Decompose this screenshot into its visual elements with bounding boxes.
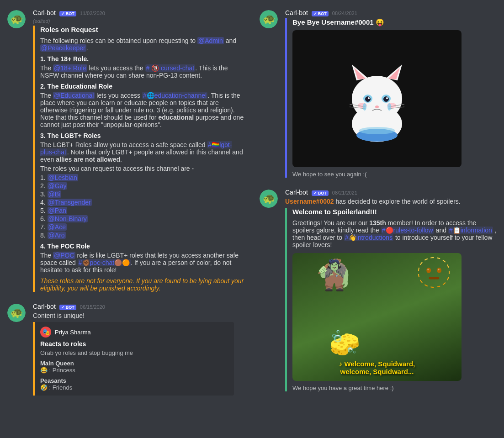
bye-bye-caption: We hope to see you again :( [292, 171, 497, 178]
embed-desc: Grab yo roles and stop bugging me [40, 349, 228, 356]
channel-poc: #✊🏾poc-chat🟤🟠 [78, 259, 131, 266]
channel-edu: #🌐education-channel [142, 92, 207, 99]
spoilerland-title: Welcome to Spoilerland!!! [292, 208, 497, 216]
right-message-header-1: Carl-bot ✓ BOT 08/24/2021 [285, 9, 497, 16]
svg-point-22 [359, 127, 395, 134]
spoilerland-caption: We hope you have a great time here :) [292, 385, 497, 391]
avatar-carlbot-right-1: 🐢 [260, 10, 278, 28]
lgbt-list: 1. @Lesbian 2. @Gay 3. @Bi 4. @Transgend… [40, 174, 244, 239]
message-content-1: Carl-bot ✓ BOT 11/02/2020 (edited) Roles… [33, 9, 244, 292]
mention-poc: @POC [53, 252, 75, 259]
channel-lgbt: #🏳️‍🌈lgbt-plus-chat [40, 141, 232, 156]
embed-author-name: Priya Sharma [55, 329, 91, 336]
embed-field-value-1: 😂 : Princess [40, 367, 228, 374]
right-message-1: 🐢 Carl-bot ✓ BOT 08/24/2021 Bye Bye User… [252, 7, 504, 179]
right-bot-badge-1: ✓ BOT [312, 11, 329, 16]
roles-title: Roles on Request [40, 26, 244, 33]
list-item-5: 5. @Pan [40, 207, 244, 214]
svg-point-1 [352, 76, 402, 121]
avatar-carlbot-2: 🐢 [7, 304, 26, 322]
message-header-1: Carl-bot ✓ BOT 11/02/2020 [33, 9, 244, 16]
right-message-2: 🐢 Carl-bot ✓ BOT 08/21/2021 Username#000… [252, 187, 504, 393]
right-username-1: Carl-bot [285, 9, 308, 16]
right-message-content-1: Carl-bot ✓ BOT 08/24/2021 Bye Bye Userna… [285, 9, 497, 178]
spongebob-image: 🧌 🫥 🧽 ♪ Welcome, Squidward, welcome, Squ… [292, 253, 462, 381]
bye-bye-embed: Bye Bye Username#0001 😝 [285, 18, 497, 178]
spoiler-announcement: Username#0002 has decided to explore the… [285, 198, 497, 205]
embed-field-name-1: Main Queen [40, 360, 228, 367]
avatar-carlbot-right-2: 🐢 [260, 190, 278, 208]
embed-field-2: Peasants 🤣 : Friends [40, 377, 228, 391]
username-1: Carl-bot [33, 9, 56, 16]
svg-point-11 [386, 97, 388, 99]
check-icon-1: ✓ [61, 11, 65, 16]
section-poc-text: The @POC role is like LGBT+ roles that l… [40, 252, 244, 274]
message-content-2: Carl-bot ✓ BOT 06/15/2020 Content is uni… [33, 303, 244, 396]
right-username-2: Carl-bot [285, 189, 308, 196]
svg-point-8 [365, 96, 371, 102]
mention-admin: @Admin [197, 37, 224, 44]
svg-point-19 [363, 103, 366, 111]
spoilerland-text: Greetings! You are our our 135th member!… [292, 219, 497, 248]
channel-intro: #👋introductions [344, 234, 393, 241]
embed-2: 🎭 Priya Sharma Reacts to roles Grab yo r… [33, 322, 234, 396]
embed-field-value-2: 🤣 : Friends [40, 384, 228, 391]
cat-svg [331, 53, 423, 144]
spongebob-char: 🧽 [329, 328, 361, 358]
svg-point-20 [387, 103, 391, 111]
left-panel: 🐢 Carl-bot ✓ BOT 11/02/2020 (edited) Rol… [0, 0, 252, 438]
list-item-4: 4. @Transgender [40, 199, 244, 206]
svg-point-14 [375, 106, 379, 108]
spoiler-suffix: has decided to explore the world of spoi… [336, 198, 461, 205]
svg-point-9 [383, 96, 389, 102]
list-item-7: 7. @Ace [40, 223, 244, 231]
section-edu-text: The @Educational lets you access #🌐educa… [40, 92, 244, 128]
username-2: Carl-bot [33, 303, 56, 310]
bot-badge-1: ✓ BOT [59, 11, 76, 16]
channel-rules: #🔴rules-to-follow [381, 227, 434, 234]
right-message-content-2: Carl-bot ✓ BOT 08/21/2021 Username#0002 … [285, 189, 497, 391]
section-18-text: The @18+ Role lets you access the # 🔞 cu… [40, 64, 244, 79]
cat-image [292, 30, 462, 167]
list-item-6: 6. @Non-Binary [40, 215, 244, 222]
svg-point-10 [368, 97, 370, 99]
patrick-char: 🧌 [315, 258, 352, 292]
list-item-3: 3. @Bi [40, 190, 244, 198]
mention-peacekeeper: @Peacekeeper [40, 44, 86, 52]
list-item-1: 1. @Lesbian [40, 174, 244, 181]
right-bot-badge-2: ✓ BOT [312, 190, 329, 196]
content-unique-text: Content is unique! [33, 312, 244, 319]
member-count: 135th [369, 219, 386, 227]
right-timestamp-2: 08/21/2021 [332, 190, 357, 195]
warning-text: These roles are not for everyone. If you… [40, 277, 244, 292]
embed-author: 🎭 Priya Sharma [40, 327, 228, 338]
right-panel: 🐢 Carl-bot ✓ BOT 08/24/2021 Bye Bye User… [252, 0, 504, 438]
section-lgbt-heading: 3. The LGBT+ Roles [40, 132, 244, 139]
embed-title: Reacts to roles [40, 340, 228, 348]
embed-field-1: Main Queen 😂 : Princess [40, 360, 228, 374]
squidward-char: 🫥 [415, 255, 452, 290]
section-lgbt-text: The LGBT+ Roles allow you to access a sa… [40, 141, 244, 163]
edited-label: (edited) [33, 18, 244, 24]
section-18-heading: 1. The 18+ Role. [40, 55, 244, 63]
bot-badge-2: ✓ BOT [59, 305, 76, 310]
channel-cursed: # 🔞 cursed-chat [145, 64, 196, 72]
section-poc-heading: 4. The POC Role [40, 243, 244, 250]
right-timestamp-1: 08/24/2021 [332, 11, 357, 16]
timestamp-2: 06/15/2020 [80, 304, 105, 310]
list-item-8: 8. @Aro [40, 232, 244, 239]
spongebob-caption-text: ♪ Welcome, Squidward, welcome, Squidward… [339, 360, 415, 375]
right-message-header-2: Carl-bot ✓ BOT 08/21/2021 [285, 189, 497, 196]
spoiler-username: Username#0002 [285, 198, 334, 205]
mention-educational: @Educational [53, 92, 95, 99]
bye-bye-title: Bye Bye Username#0001 😝 [292, 18, 497, 26]
roles-embed: Roles on Request The following roles can… [33, 26, 244, 292]
mention-18role: @18+ Role [53, 64, 87, 72]
channel-info: #📋information [448, 227, 493, 234]
roles-intro: The following roles can be obtained upon… [40, 37, 244, 52]
message-group-2: 🐢 Carl-bot ✓ BOT 06/15/2020 Content is u… [0, 301, 252, 397]
message-group-1: 🐢 Carl-bot ✓ BOT 11/02/2020 (edited) Rol… [0, 7, 252, 294]
avatar-carlbot-1: 🐢 [7, 10, 26, 28]
timestamp-1: 11/02/2020 [80, 11, 105, 16]
message-header-2: Carl-bot ✓ BOT 06/15/2020 [33, 303, 244, 310]
